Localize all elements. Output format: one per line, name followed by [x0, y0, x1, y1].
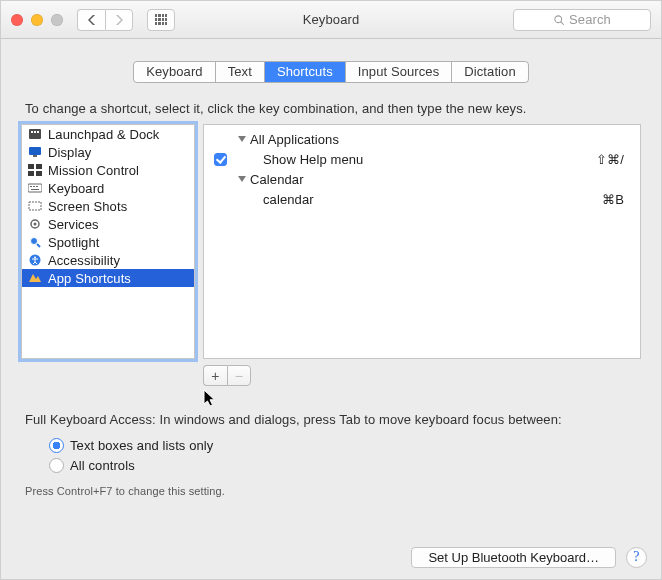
- svg-rect-5: [37, 131, 39, 133]
- mission-control-icon: [28, 164, 42, 176]
- svg-point-19: [34, 223, 37, 226]
- radio-button[interactable]: [49, 438, 64, 453]
- disclosure-triangle-icon[interactable]: [238, 136, 246, 142]
- back-button[interactable]: [77, 9, 105, 31]
- svg-rect-9: [36, 164, 42, 169]
- svg-rect-3: [31, 131, 33, 133]
- spotlight-icon: [28, 236, 42, 248]
- search-field[interactable]: Search: [513, 9, 651, 31]
- category-screen-shots[interactable]: Screen Shots: [22, 197, 194, 215]
- svg-rect-14: [33, 186, 35, 187]
- tree-group-all-applications[interactable]: All Applications: [204, 129, 640, 149]
- category-list[interactable]: Launchpad & Dock Display Mission Control…: [21, 124, 195, 359]
- tab-dictation[interactable]: Dictation: [451, 62, 527, 82]
- show-all-button[interactable]: [147, 9, 175, 31]
- tab-text[interactable]: Text: [215, 62, 264, 82]
- svg-point-20: [31, 238, 38, 245]
- instruction-text: To change a shortcut, select it, click t…: [25, 101, 641, 116]
- disclosure-triangle-icon[interactable]: [238, 176, 246, 182]
- close-button[interactable]: [11, 14, 23, 26]
- content: Keyboard Text Shortcuts Input Sources Di…: [1, 39, 661, 497]
- gear-icon: [28, 218, 42, 230]
- full-keyboard-hint: Press Control+F7 to change this setting.: [25, 485, 641, 497]
- tree-item-show-help-menu[interactable]: Show Help menu ⇧⌘/: [204, 149, 640, 169]
- tab-keyboard[interactable]: Keyboard: [134, 62, 214, 82]
- radio-label: Text boxes and lists only: [70, 438, 213, 453]
- app-shortcuts-icon: [28, 272, 42, 284]
- category-launchpad-dock[interactable]: Launchpad & Dock: [22, 125, 194, 143]
- search-icon: [553, 14, 565, 26]
- category-spotlight[interactable]: Spotlight: [22, 233, 194, 251]
- traffic-lights: [11, 14, 63, 26]
- shortcut-tree[interactable]: All Applications Show Help menu ⇧⌘/ Cale…: [203, 124, 641, 359]
- nav-back-forward: [77, 9, 133, 31]
- category-label: Display: [48, 145, 91, 160]
- help-button[interactable]: ?: [626, 547, 647, 568]
- category-label: Spotlight: [48, 235, 100, 250]
- tree-item-calendar[interactable]: calendar ⌘B: [204, 189, 640, 209]
- tab-shortcuts[interactable]: Shortcuts: [264, 62, 345, 82]
- accessibility-icon: [28, 254, 42, 266]
- svg-rect-12: [28, 184, 42, 192]
- tree-group-label: Calendar: [250, 172, 304, 187]
- svg-rect-13: [30, 186, 32, 187]
- display-icon: [28, 146, 42, 158]
- forward-button[interactable]: [105, 9, 133, 31]
- category-label: Services: [48, 217, 99, 232]
- launchpad-icon: [28, 128, 42, 140]
- tab-input-sources[interactable]: Input Sources: [345, 62, 452, 82]
- category-label: Keyboard: [48, 181, 104, 196]
- category-label: Screen Shots: [48, 199, 127, 214]
- svg-rect-2: [29, 129, 41, 139]
- svg-line-1: [561, 21, 564, 24]
- svg-rect-15: [36, 186, 38, 187]
- svg-rect-4: [34, 131, 36, 133]
- tree-group-calendar[interactable]: Calendar: [204, 169, 640, 189]
- category-label: Launchpad & Dock: [48, 127, 159, 142]
- search-placeholder: Search: [569, 12, 611, 27]
- segmented-tabs: Keyboard Text Shortcuts Input Sources Di…: [133, 61, 529, 83]
- category-services[interactable]: Services: [22, 215, 194, 233]
- remove-shortcut-button: −: [227, 365, 251, 386]
- zoom-button: [51, 14, 63, 26]
- category-app-shortcuts[interactable]: App Shortcuts: [22, 269, 194, 287]
- add-shortcut-button[interactable]: +: [203, 365, 227, 386]
- setup-bluetooth-keyboard-button[interactable]: Set Up Bluetooth Keyboard…: [411, 547, 616, 568]
- shortcut-display[interactable]: ⌘B: [602, 192, 624, 207]
- svg-rect-16: [31, 189, 39, 190]
- keyboard-icon: [28, 182, 42, 194]
- radio-all-controls[interactable]: All controls: [49, 455, 641, 475]
- category-label: Mission Control: [48, 163, 139, 178]
- tree-item-label: Show Help menu: [239, 152, 363, 167]
- radio-text-boxes-lists[interactable]: Text boxes and lists only: [49, 435, 641, 455]
- category-accessibility[interactable]: Accessibility: [22, 251, 194, 269]
- svg-rect-7: [33, 155, 37, 157]
- svg-line-21: [37, 244, 40, 247]
- panels: Launchpad & Dock Display Mission Control…: [21, 124, 641, 359]
- shortcut-display[interactable]: ⇧⌘/: [596, 152, 624, 167]
- radio-label: All controls: [70, 458, 135, 473]
- titlebar: Keyboard Search: [1, 1, 661, 39]
- svg-rect-8: [28, 164, 34, 169]
- svg-rect-17: [29, 202, 41, 210]
- svg-point-23: [34, 257, 36, 259]
- category-label: Accessibility: [48, 253, 120, 268]
- svg-rect-10: [28, 171, 34, 176]
- screenshot-icon: [28, 200, 42, 212]
- category-mission-control[interactable]: Mission Control: [22, 161, 194, 179]
- category-display[interactable]: Display: [22, 143, 194, 161]
- preferences-window: Keyboard Search Keyboard Text Shortcuts …: [0, 0, 662, 580]
- tree-group-label: All Applications: [250, 132, 339, 147]
- svg-rect-11: [36, 171, 42, 176]
- radio-button[interactable]: [49, 458, 64, 473]
- svg-rect-6: [29, 147, 41, 155]
- full-keyboard-access-caption: Full Keyboard Access: In windows and dia…: [25, 412, 641, 427]
- add-remove-group: + −: [203, 365, 641, 386]
- footer: Set Up Bluetooth Keyboard… ?: [1, 535, 661, 579]
- minimize-button[interactable]: [31, 14, 43, 26]
- tree-item-label: calendar: [239, 192, 314, 207]
- category-label: App Shortcuts: [48, 271, 131, 286]
- category-keyboard[interactable]: Keyboard: [22, 179, 194, 197]
- enable-checkbox[interactable]: [214, 153, 227, 166]
- tabs: Keyboard Text Shortcuts Input Sources Di…: [21, 39, 641, 101]
